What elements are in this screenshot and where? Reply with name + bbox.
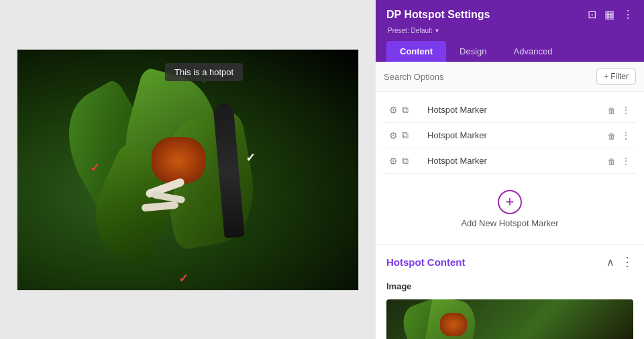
trash-icon-3[interactable] xyxy=(608,156,616,166)
panel-header: DP Hotspot Settings ⊡ ▦ ⋮ Preset: Defaul… xyxy=(376,0,644,62)
marker-left-icons-1 xyxy=(389,104,409,115)
food-center xyxy=(152,137,205,184)
image-panel: This is a hotpot ✓ ✓ ✓ xyxy=(0,0,376,339)
section-title: Hotspot Content xyxy=(386,256,465,268)
section-more-icon[interactable]: ⋮ xyxy=(621,254,633,269)
thumb-food-center xyxy=(440,313,467,336)
gear-icon-1[interactable] xyxy=(389,105,398,115)
add-marker-label: Add New Hotspot Marker xyxy=(461,218,558,228)
more-icon-3[interactable] xyxy=(621,156,631,166)
trash-icon-1[interactable] xyxy=(608,105,616,115)
marker-label-3: Hotspot Marker xyxy=(414,156,602,166)
hotspot-marker-3[interactable]: ✓ xyxy=(178,271,189,286)
marker-item-1: Hotspot Marker xyxy=(384,97,636,123)
tab-content[interactable]: Content xyxy=(386,41,446,62)
main-image: This is a hotpot ✓ ✓ ✓ xyxy=(17,49,359,291)
marker-item-2: Hotspot Marker xyxy=(384,123,636,148)
marker-right-icons-3 xyxy=(608,156,631,166)
markers-list: Hotspot Marker Hotspot Marker xyxy=(376,92,644,179)
settings-panel: DP Hotspot Settings ⊡ ▦ ⋮ Preset: Defaul… xyxy=(376,0,644,339)
more-icon-1[interactable] xyxy=(621,105,631,115)
hotspot-marker-1[interactable]: ✓ xyxy=(246,150,256,165)
add-marker-button[interactable]: + xyxy=(498,190,522,214)
tab-advanced[interactable]: Advanced xyxy=(500,41,566,62)
hotspot-content-section: Hotspot Content ∧ ⋮ Image xyxy=(376,244,644,339)
hotspot-marker-2[interactable]: ✓ xyxy=(90,160,100,175)
panel-title-icons: ⊡ ▦ ⋮ xyxy=(588,8,633,21)
image-thumbnail xyxy=(386,299,633,339)
trash-icon-2[interactable] xyxy=(608,130,616,141)
panel-title-row: DP Hotspot Settings ⊡ ▦ ⋮ xyxy=(386,8,633,21)
search-bar: + Filter xyxy=(376,62,644,92)
collapse-icon[interactable]: ∧ xyxy=(606,256,614,269)
hotspot-tooltip: This is a hotpot xyxy=(165,63,243,81)
tab-design[interactable]: Design xyxy=(446,41,500,62)
panel-title: DP Hotspot Settings xyxy=(386,9,490,21)
gear-icon-2[interactable] xyxy=(389,130,398,141)
window-icon[interactable]: ⊡ xyxy=(588,8,596,21)
panel-tabs: Content Design Advanced xyxy=(386,41,633,62)
marker-right-icons-2 xyxy=(608,130,631,141)
marker-right-icons-1 xyxy=(608,105,631,115)
copy-icon-2[interactable] xyxy=(402,130,409,141)
search-input[interactable] xyxy=(384,72,591,82)
marker-label-2: Hotspot Marker xyxy=(414,130,602,140)
section-header: Hotspot Content ∧ ⋮ xyxy=(376,245,644,279)
copy-icon-3[interactable] xyxy=(402,155,409,166)
marker-item-3: Hotspot Marker xyxy=(384,148,636,174)
add-marker-section: + Add New Hotspot Marker xyxy=(376,179,644,239)
marker-left-icons-2 xyxy=(389,130,409,141)
image-label: Image xyxy=(376,279,644,297)
more-icon-2[interactable] xyxy=(621,130,631,141)
marker-label-1: Hotspot Marker xyxy=(414,105,602,115)
grid-icon[interactable]: ▦ xyxy=(604,8,614,21)
copy-icon-1[interactable] xyxy=(402,104,409,115)
more-options-icon[interactable]: ⋮ xyxy=(623,8,633,21)
preset-selector[interactable]: Preset: Default ▾ xyxy=(386,26,633,34)
section-header-icons: ∧ ⋮ xyxy=(606,254,633,269)
gear-icon-3[interactable] xyxy=(389,156,398,166)
marker-left-icons-3 xyxy=(389,155,409,166)
filter-button[interactable]: + Filter xyxy=(596,68,636,85)
food-image-bg: This is a hotpot ✓ ✓ ✓ xyxy=(17,50,358,290)
